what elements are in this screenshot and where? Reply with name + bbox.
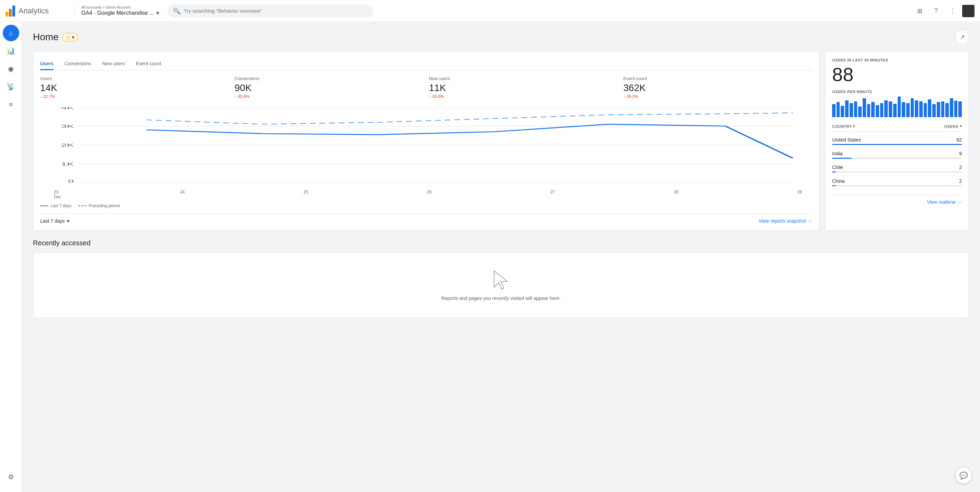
metric-conversions-label: Conversions — [235, 76, 424, 81]
tab-conversions[interactable]: Conversions — [65, 58, 91, 70]
chevron-down-icon: ▾ — [156, 9, 159, 17]
bar-chart-bar — [858, 107, 862, 117]
legend-solid-line — [40, 206, 48, 206]
settings-icon: ⚙ — [8, 473, 14, 481]
metric-new-users: New users 11K ↓ 19.0% — [429, 76, 618, 99]
warning-dropdown-arrow: ▾ — [72, 35, 75, 40]
feedback-button[interactable]: 💬 — [955, 467, 972, 484]
country-header-label: COUNTRY — [832, 125, 852, 128]
realtime-card: USERS IN LAST 30 MINUTES 88 USERS PER MI… — [825, 51, 969, 231]
view-reports-snapshot-link[interactable]: View reports snapshot → — [759, 218, 812, 224]
country-name-china: China — [832, 178, 845, 184]
bar-chart-bar — [889, 101, 892, 117]
tab-users[interactable]: Users — [40, 58, 54, 70]
chart-legend: Last 7 days Preceding period — [40, 203, 812, 208]
realtime-label: USERS IN LAST 30 MINUTES — [832, 58, 962, 62]
trending-icon: ↗ — [960, 34, 965, 41]
date-selector[interactable]: Last 7 days ▾ — [40, 218, 69, 224]
help-icon: ? — [934, 7, 938, 14]
country-name-us: United States — [832, 137, 861, 142]
svg-text:0: 0 — [68, 179, 74, 183]
search-icon: 🔍 — [173, 7, 180, 15]
country-bar-chile-wrap — [832, 171, 962, 173]
bar-chart-icon: 📊 — [6, 47, 15, 55]
property-selector[interactable]: GA4 - Google Merchandise ... ▾ — [81, 9, 159, 17]
country-name-india: India — [832, 151, 842, 157]
realtime-count: 88 — [832, 65, 962, 84]
bar-chart-bar — [884, 100, 888, 117]
account-selector[interactable]: All accounts > Demo Account GA4 - Google… — [74, 5, 159, 17]
home-icon: ⌂ — [9, 29, 13, 37]
metric-new-users-value: 11K — [429, 83, 618, 93]
warning-badge[interactable]: ⚠ ▾ — [62, 33, 78, 42]
metric-event-count-value: 362K — [624, 83, 813, 93]
x-label-28: 28 — [674, 190, 678, 199]
sidebar: ⌂ 📊 ◉ 📡 ≡ ⚙ — [0, 22, 22, 492]
bar-chart-bar — [880, 103, 884, 117]
bar-chart-bar — [915, 100, 918, 117]
metric-event-count: Event count 362K ↓ 39.3% — [624, 76, 813, 99]
users-header-label: USERS — [944, 125, 958, 128]
trend-view-button[interactable]: ↗ — [955, 30, 969, 44]
breadcrumb: All accounts > Demo Account — [81, 5, 159, 9]
chart-svg: 4K 3K 2K 1K 0 — [40, 107, 812, 183]
country-col-header[interactable]: COUNTRY ▾ — [832, 124, 856, 128]
bar-chart-bar — [906, 103, 910, 117]
sidebar-item-configure[interactable]: ≡ — [3, 96, 19, 113]
country-users-china: 2 — [959, 178, 962, 184]
tab-new-users[interactable]: New users — [102, 58, 125, 70]
recently-accessed-empty-text: Reports and pages you recently visited w… — [441, 296, 561, 301]
sort-arrow-icon: ▾ — [853, 124, 856, 128]
search-input[interactable] — [184, 8, 368, 14]
country-table: COUNTRY ▾ USERS ▾ United States 62 — [832, 124, 962, 189]
page-title: Home — [33, 32, 59, 43]
country-bar-india — [832, 158, 852, 159]
country-row-india: India 9 — [832, 148, 962, 162]
metrics-card: Users Conversions New users Event count … — [33, 51, 819, 231]
svg-text:4K: 4K — [61, 107, 74, 110]
bar-chart-bar — [928, 99, 931, 117]
x-label-23: 23Dec — [54, 190, 61, 199]
sidebar-item-advertising[interactable]: 📡 — [3, 78, 19, 95]
legend-last-7-days: Last 7 days — [40, 203, 72, 208]
feedback-icon: 💬 — [959, 471, 968, 480]
tab-event-count[interactable]: Event count — [136, 58, 161, 70]
chevron-down-icon: ▾ — [67, 218, 69, 224]
view-realtime-link[interactable]: View realtime → — [927, 199, 962, 205]
country-users-chile: 2 — [959, 165, 962, 170]
user-avatar[interactable] — [962, 5, 975, 17]
users-col-header[interactable]: USERS ▾ — [944, 124, 962, 128]
help-icon-button[interactable]: ? — [929, 4, 943, 18]
realtime-card-footer: View realtime → — [832, 195, 962, 205]
apps-icon-button[interactable]: ⊞ — [913, 4, 926, 18]
bar-chart-bar — [924, 103, 927, 117]
sidebar-item-settings[interactable]: ⚙ — [3, 469, 19, 485]
bar-chart-bar — [950, 98, 953, 117]
page-header: Home ⚠ ▾ ↗ — [33, 30, 969, 44]
users-per-minute-chart — [832, 97, 962, 117]
header: Analytics All accounts > Demo Account GA… — [0, 0, 980, 22]
metric-conversions-value: 90K — [235, 83, 424, 93]
bar-chart-bar — [954, 101, 958, 117]
metric-users-value: 14K — [40, 83, 229, 93]
sidebar-item-home[interactable]: ⌂ — [3, 25, 19, 41]
country-name-chile: Chile — [832, 165, 843, 170]
list-icon: ≡ — [9, 101, 13, 109]
country-row-chile: Chile 2 — [832, 162, 962, 176]
metric-event-count-label: Event count — [624, 76, 813, 81]
date-selector-label: Last 7 days — [40, 218, 65, 224]
bar-chart-bar — [850, 103, 853, 117]
logo-icon — [5, 5, 15, 16]
grid-icon: ⊞ — [917, 7, 922, 15]
search-container: 🔍 — [167, 5, 373, 18]
more-options-button[interactable]: ⋮ — [946, 4, 959, 18]
svg-text:2K: 2K — [61, 143, 74, 148]
legend-preceding-label: Preceding period — [89, 203, 120, 208]
page-header-actions: ↗ — [955, 30, 969, 44]
metric-new-users-change: ↓ 19.0% — [429, 94, 618, 99]
sidebar-item-reports[interactable]: 📊 — [3, 43, 19, 59]
country-row-us: United States 62 — [832, 134, 962, 148]
bar-chart-bar — [911, 98, 914, 117]
sidebar-item-explore[interactable]: ◉ — [3, 61, 19, 77]
x-label-26: 26 — [427, 190, 431, 199]
